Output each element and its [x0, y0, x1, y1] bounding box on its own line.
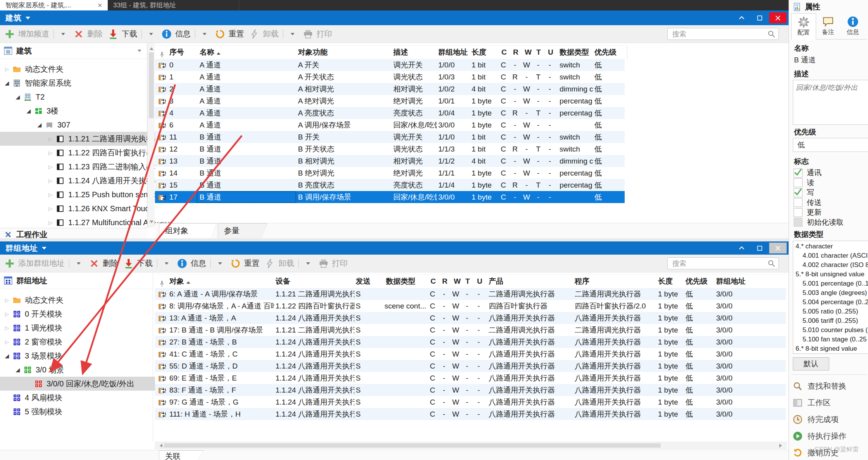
toolbar-button-plus[interactable]: 增加频道: [5, 29, 68, 39]
toolbar-button-info[interactable]: 信息: [177, 258, 225, 269]
chevron-down-icon[interactable]: [291, 33, 294, 37]
datatype-list-item[interactable]: 5.005 ratio (0..255): [793, 307, 868, 316]
maximize-button[interactable]: [751, 243, 768, 253]
column-header[interactable]: 群组地址: [713, 274, 789, 288]
column-header[interactable]: 名称: [196, 45, 297, 59]
nav-item-searchtan[interactable]: 查找和替换: [793, 378, 846, 394]
properties-tab-gear[interactable]: 配置: [791, 13, 816, 40]
scroll-left-icon[interactable]: [158, 444, 162, 448]
flag-checkbox-row[interactable]: 写: [794, 188, 814, 198]
default-button[interactable]: 默认: [793, 357, 829, 370]
datatype-list-item[interactable]: 5.006 tariff (0..255): [793, 316, 868, 326]
chevron-down-icon[interactable]: [149, 33, 153, 37]
tree-expander-icon[interactable]: ▷: [46, 220, 55, 226]
window-title[interactable]: 群组地址: [5, 243, 38, 253]
tree-item[interactable]: ▷0 开关模块: [0, 307, 155, 321]
tab-parameters[interactable]: 参量: [218, 223, 267, 238]
column-header[interactable]: 对象: [166, 274, 275, 288]
table-row[interactable]: 17B 通道B 调用/保存场景回家/休息/吃饭/...3/0/01 byteC-…: [155, 191, 625, 203]
checkbox-checked[interactable]: [794, 188, 803, 197]
checkbox[interactable]: [794, 198, 803, 207]
tree-item[interactable]: ◢3楼: [0, 104, 171, 118]
checkbox-checked[interactable]: [794, 169, 803, 177]
tree-expander-icon[interactable]: ▷: [2, 66, 12, 72]
column-header[interactable]: 序号: [166, 45, 198, 59]
chevron-down-icon[interactable]: [218, 262, 222, 267]
datatype-list-item[interactable]: 5.100 fan stage (0..25: [793, 335, 868, 344]
chevron-down-icon[interactable]: [138, 50, 141, 54]
tree-item[interactable]: ▷动态文件夹: [0, 293, 155, 307]
scrollbar-thumb[interactable]: [164, 443, 661, 448]
flag-checkbox-row[interactable]: 读: [794, 178, 814, 188]
column-header[interactable]: 产品: [486, 274, 574, 288]
table-row[interactable]: 6A 通道A 调用/保存场景回家/休息/吃饭/...3/0/01 byteC-W…: [155, 119, 625, 131]
flag-checkbox-row[interactable]: 更新: [794, 207, 822, 217]
tree-expander-icon[interactable]: ◢: [2, 353, 12, 359]
toolbar-button-info[interactable]: 信息: [162, 29, 210, 39]
table-row[interactable]: 69: E 通道 - 场景，E1.1.24 八路通用开关执行器SC-W--八路通…: [155, 372, 786, 384]
tree-expander-icon[interactable]: ▷: [46, 136, 55, 142]
window-splitter[interactable]: [0, 238, 789, 241]
properties-tab-comment[interactable]: 备注: [816, 13, 840, 39]
close-button[interactable]: [769, 12, 787, 23]
tree-item[interactable]: ▷动态文件夹: [0, 62, 149, 76]
tree-item[interactable]: ◢智能家居系统: [0, 76, 149, 90]
table-row[interactable]: 3A 通道A 绝对调光绝对调光1/0/11 byteC-W--percentag…: [155, 95, 625, 107]
search-icon[interactable]: [768, 260, 775, 267]
nav-item-workspace[interactable]: 工作区: [793, 395, 831, 410]
table-row[interactable]: 2A 通道A 相对调光相对调光1/0/24 bitC-W--dimming c.…: [155, 83, 625, 95]
table-row[interactable]: 83: F 通道 - 场景，F1.1.24 八路通用开关执行器SC-W--八路通…: [155, 384, 786, 396]
table-row[interactable]: 55: D 通道 - 场景，D1.1.24 八路通用开关执行器SC-W--八路通…: [155, 360, 786, 372]
tree-expander-icon[interactable]: ◢: [13, 367, 22, 373]
column-header[interactable]: 数据类型: [383, 274, 430, 288]
table-row[interactable]: 6: A 通道 - A 调用/保存场景1.1.21 二路通用调光执行器SC-W-…: [155, 288, 786, 300]
column-header[interactable]: U: [474, 274, 487, 288]
toolbar-button-printer[interactable]: 打印: [319, 258, 348, 269]
toolbar-button-printer[interactable]: 打印: [303, 29, 332, 39]
table-row[interactable]: 0A 通道A 开关调光开关1/0/01 bitC-W--switch低: [155, 59, 625, 71]
column-header[interactable]: 优先级: [682, 274, 715, 288]
tree-item[interactable]: 3/0/0 回家/休息/吃饭/外出: [0, 377, 177, 391]
datatype-list-item[interactable]: 5.* 8-bit unsigned value: [793, 270, 868, 279]
datatype-list-item[interactable]: 5.004 percentage (0..2: [793, 298, 868, 307]
column-header[interactable]: 优先级: [591, 45, 627, 59]
column-header[interactable]: 设备: [272, 274, 355, 288]
column-header[interactable]: 数据类型: [556, 45, 593, 59]
datatype-list-item[interactable]: 4.* character: [793, 242, 868, 251]
table-row[interactable]: 13: A 通道 - 场景，A1.1.24 八路通用开关执行器SC-W--八路通…: [155, 312, 786, 324]
collapse-button[interactable]: [733, 12, 750, 23]
chevron-down-icon[interactable]: [203, 33, 207, 37]
toolbar-button-bolt[interactable]: 卸载: [265, 258, 313, 269]
tree-item[interactable]: ◢3/0 场景: [0, 363, 166, 377]
browser-tab-active[interactable]: 智能家居系统 - 建筑,... ✕: [0, 0, 108, 10]
toolbar-button-plus[interactable]: 添加群组地址: [5, 258, 84, 269]
tab-associations[interactable]: 关联: [159, 450, 203, 460]
column-header[interactable]: 对象功能: [295, 45, 392, 59]
column-header[interactable]: 长度: [468, 45, 501, 59]
tree-item[interactable]: 4 风扇模块: [0, 391, 155, 405]
column-header[interactable]: 长度: [655, 274, 684, 288]
tree-item[interactable]: ▷1 调光模块: [0, 321, 155, 335]
browser-tab-inactive[interactable]: 33组 - 建筑, 群组地址: [108, 0, 239, 10]
toolbar-button-download[interactable]: 下载: [124, 258, 172, 269]
tree-item[interactable]: ▷2 窗帘模块: [0, 335, 155, 349]
nav-item-play[interactable]: 待执行操作: [793, 428, 846, 444]
collapse-button[interactable]: [733, 243, 750, 253]
maximize-button[interactable]: [751, 12, 768, 23]
search-icon[interactable]: [768, 30, 775, 38]
tree-expander-icon[interactable]: ▷: [46, 164, 55, 170]
tree-expander-icon[interactable]: ▷: [2, 297, 12, 303]
tree-expander-icon[interactable]: ◢: [13, 94, 22, 100]
close-button[interactable]: [769, 243, 787, 253]
flag-checkbox-row[interactable]: 通讯: [794, 168, 822, 178]
name-value[interactable]: B 通道: [794, 55, 816, 65]
table-row[interactable]: 15B 通道B 亮度状态亮度状态1/1/41 byteCR-T-percenta…: [155, 179, 625, 191]
toolbar-button-delete[interactable]: 删除: [89, 258, 118, 269]
datatype-list-item[interactable]: 6.* 8-bit signed value: [793, 344, 868, 353]
checkbox[interactable]: [794, 218, 803, 227]
tree-expander-icon[interactable]: ◢: [24, 108, 33, 114]
checkbox[interactable]: [794, 178, 803, 187]
scrollbar-thumb[interactable]: [149, 52, 154, 118]
scroll-right-icon[interactable]: [779, 444, 784, 448]
toolbar-button-delete[interactable]: 删除: [74, 29, 103, 39]
